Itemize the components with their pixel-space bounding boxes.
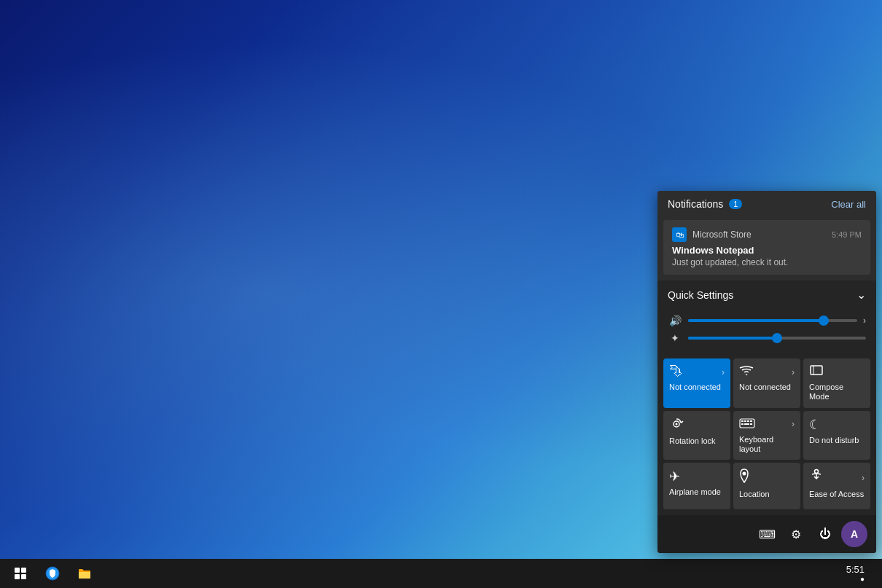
rotation-icon-row <box>669 417 725 434</box>
volume-fill <box>688 319 824 322</box>
notif-title-text: Windows Notepad <box>672 245 862 256</box>
volume-icon: 🔊 <box>668 315 682 326</box>
dnd-icon-row: ☾ <box>809 417 865 433</box>
svg-rect-7 <box>744 420 746 422</box>
quick-settings-grid: ⮷ › Not connected › <box>657 356 876 515</box>
ease-expand-arrow[interactable]: › <box>862 473 865 483</box>
notifications-label: Notifications <box>668 198 723 210</box>
settings-gear-icon: ⚙ <box>791 528 801 541</box>
notification-card: 🛍 Microsoft Store 5:49 PM Windows Notepa… <box>663 220 870 275</box>
notif-app-name: Microsoft Store <box>692 230 752 240</box>
notification-panel: Notifications 1 Clear all 🛍 Microsoft St… <box>657 191 876 553</box>
svg-rect-1 <box>811 366 822 375</box>
notification-count-dot: ● <box>860 575 865 583</box>
keyboard-layout-tile[interactable]: › Keyboard layout <box>733 411 800 460</box>
volume-thumb <box>819 315 829 326</box>
brightness-thumb <box>772 333 782 343</box>
clock-area: 5:51 ● <box>840 564 870 583</box>
wifi-svg-icon <box>739 364 754 376</box>
brightness-fill <box>688 337 777 340</box>
bluetooth-expand-arrow[interactable]: › <box>722 367 725 377</box>
airplane-label: Airplane mode <box>669 487 721 497</box>
svg-rect-12 <box>750 423 752 425</box>
panel-bottom-bar: ⌨ ⚙ ⏻ A <box>657 515 876 553</box>
quick-settings-label: Quick Settings <box>668 289 733 301</box>
notif-title-area: Notifications 1 <box>668 198 742 210</box>
svg-rect-8 <box>747 420 749 422</box>
wifi-icon <box>739 364 754 380</box>
windows-logo-icon <box>15 568 26 579</box>
store-icon: 🛍 <box>672 227 687 242</box>
settings-button[interactable]: ⚙ <box>783 521 809 547</box>
brightness-slider[interactable] <box>688 337 866 340</box>
notif-card-header: 🛍 Microsoft Store 5:49 PM <box>672 227 862 242</box>
notif-body-text: Just got updated, check it out. <box>672 257 862 267</box>
taskbar-left <box>0 559 99 588</box>
airplane-mode-tile[interactable]: ✈ Airplane mode <box>663 463 730 509</box>
power-button[interactable]: ⏻ <box>812 521 838 547</box>
compose-svg-icon <box>809 364 824 376</box>
volume-expand-arrow[interactable]: › <box>863 315 866 326</box>
ease-label: Ease of Access <box>809 490 864 499</box>
keyboard-label: Keyboard layout <box>739 435 795 454</box>
location-tile[interactable]: Location <box>733 463 800 509</box>
compose-label: Compose Mode <box>809 383 865 401</box>
user-avatar-button[interactable]: A <box>841 521 867 547</box>
svg-point-14 <box>815 470 819 474</box>
svg-point-4 <box>676 423 678 425</box>
location-label: Location <box>739 490 770 499</box>
svg-point-13 <box>743 472 746 476</box>
ease-icon-row: › <box>809 469 865 487</box>
avatar-letter: A <box>851 528 858 540</box>
compose-icon-row <box>809 364 865 380</box>
brightness-row: ✦ <box>668 332 866 344</box>
bluetooth-icon: ⮷ <box>669 364 682 380</box>
taskbar-right: 5:51 ● <box>835 559 882 588</box>
wifi-expand-arrow[interactable]: › <box>792 367 795 377</box>
keyboard-expand-arrow[interactable]: › <box>792 419 795 429</box>
start-button[interactable] <box>6 559 35 588</box>
security-icon-button[interactable] <box>38 559 67 588</box>
taskbar: 5:51 ● <box>0 559 882 588</box>
ease-svg-icon <box>809 469 824 483</box>
clock-time: 5:51 <box>846 564 865 575</box>
svg-rect-6 <box>741 420 744 422</box>
rotation-lock-tile[interactable]: Rotation lock <box>663 411 730 460</box>
brightness-icon: ✦ <box>668 332 682 344</box>
compose-icon <box>809 364 824 380</box>
shield-icon <box>45 566 60 581</box>
rotation-icon <box>669 417 684 434</box>
moon-icon: ☾ <box>809 417 821 433</box>
clear-all-button[interactable]: Clear all <box>831 199 866 210</box>
quick-settings-collapse-button[interactable]: ⌄ <box>856 288 866 302</box>
bluetooth-tile[interactable]: ⮷ › Not connected <box>663 358 730 407</box>
keyboard-svg-icon <box>739 418 755 428</box>
sliders-area: 🔊 › ✦ <box>657 309 876 356</box>
keyboard-layout-bottom-button[interactable]: ⌨ <box>754 521 780 547</box>
keyboard-bottom-icon: ⌨ <box>759 528 776 541</box>
notif-time: 5:49 PM <box>832 230 862 239</box>
wifi-tile[interactable]: › Not connected <box>733 358 800 407</box>
ease-of-access-tile[interactable]: › Ease of Access <box>803 463 870 509</box>
airplane-icon: ✈ <box>669 469 680 485</box>
dnd-label: Do not disturb <box>809 436 859 445</box>
svg-rect-9 <box>750 420 752 422</box>
wifi-label: Not connected <box>739 383 791 392</box>
location-svg-icon <box>739 469 749 483</box>
wifi-icon-row: › <box>739 364 795 380</box>
keyboard-icon <box>739 417 755 432</box>
do-not-disturb-tile[interactable]: ☾ Do not disturb <box>803 411 870 460</box>
location-icon-row <box>739 469 795 487</box>
desktop: 5:51 ● Notifications 1 Clear all 🛍 Micro… <box>0 0 882 588</box>
svg-rect-10 <box>741 423 744 425</box>
volume-slider[interactable] <box>688 319 857 322</box>
ease-of-access-icon <box>809 469 824 487</box>
file-explorer-button[interactable] <box>70 559 99 588</box>
airplane-icon-row: ✈ <box>669 469 725 485</box>
clock-display[interactable]: 5:51 ● <box>835 559 876 588</box>
compose-mode-tile[interactable]: Compose Mode <box>803 358 870 407</box>
volume-row: 🔊 › <box>668 315 866 326</box>
folder-icon <box>77 567 92 580</box>
quick-settings-header: Quick Settings ⌄ <box>657 281 876 309</box>
keyboard-icon-row: › <box>739 417 795 432</box>
